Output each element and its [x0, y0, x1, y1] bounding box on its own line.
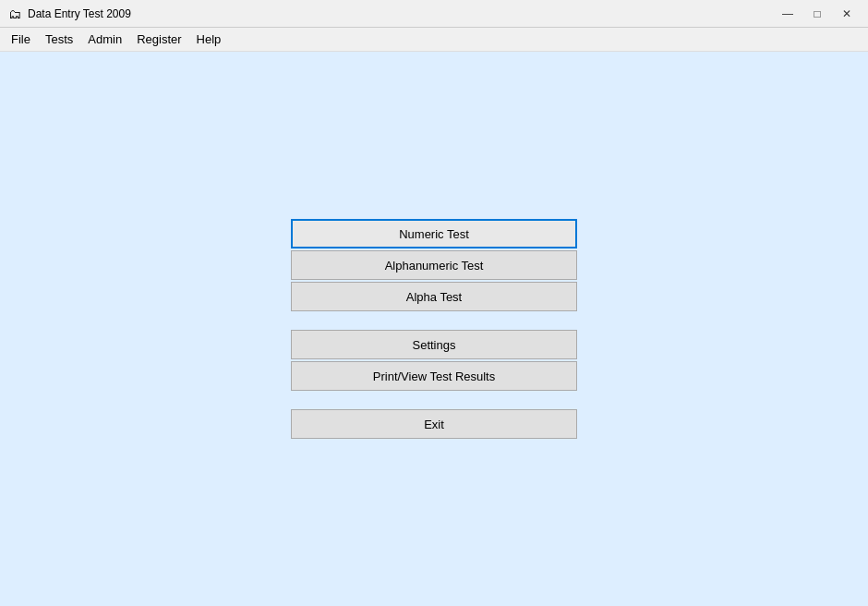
menu-file[interactable]: File — [4, 30, 38, 49]
exit-button-group: Exit — [291, 409, 577, 439]
app-icon: 🗂 — [7, 6, 22, 21]
maximize-button[interactable]: □ — [803, 4, 831, 24]
title-bar: 🗂 Data Entry Test 2009 — □ ✕ — [0, 0, 868, 28]
close-button[interactable]: ✕ — [833, 4, 861, 24]
exit-button[interactable]: Exit — [291, 409, 577, 439]
title-bar-text: Data Entry Test 2009 — [28, 7, 774, 20]
numeric-test-button[interactable]: Numeric Test — [291, 219, 577, 248]
alpha-test-button[interactable]: Alpha Test — [291, 282, 577, 311]
title-bar-controls: — □ ✕ — [774, 4, 861, 24]
test-button-group: Numeric Test Alphanumeric Test Alpha Tes… — [291, 219, 577, 311]
menu-admin[interactable]: Admin — [80, 30, 129, 49]
menu-help[interactable]: Help — [189, 30, 229, 49]
print-view-results-button[interactable]: Print/View Test Results — [291, 361, 577, 391]
menu-tests[interactable]: Tests — [38, 30, 80, 49]
alphanumeric-test-button[interactable]: Alphanumeric Test — [291, 250, 577, 280]
main-content: Numeric Test Alphanumeric Test Alpha Tes… — [0, 52, 868, 606]
button-panel: Numeric Test Alphanumeric Test Alpha Tes… — [291, 219, 577, 439]
settings-button-group: Settings Print/View Test Results — [291, 330, 577, 391]
settings-button[interactable]: Settings — [291, 330, 577, 359]
menu-register[interactable]: Register — [129, 30, 188, 49]
menu-bar: File Tests Admin Register Help — [0, 28, 868, 52]
minimize-button[interactable]: — — [774, 4, 802, 24]
